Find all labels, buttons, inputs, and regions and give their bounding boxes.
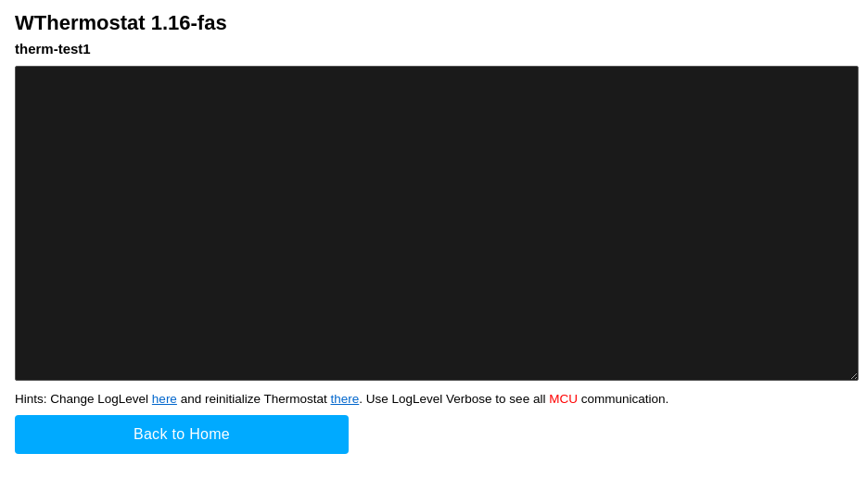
device-name: therm-test1 (15, 41, 851, 57)
reinitialize-link[interactable]: there (330, 392, 359, 406)
hints-prefix: Hints: Change LogLevel (15, 392, 152, 406)
mcu-text: MCU (549, 392, 578, 406)
app-title: WThermostat 1.16-fas (15, 11, 851, 35)
hints-suffix2: communication. (578, 392, 669, 406)
back-to-home-button[interactable]: Back to Home (15, 415, 349, 454)
hints-middle: and reinitialize Thermostat (177, 392, 331, 406)
loglevel-link[interactable]: here (152, 392, 177, 406)
hints-suffix1: . Use LogLevel Verbose to see all (359, 392, 549, 406)
hints-line: Hints: Change LogLevel here and reinitia… (15, 392, 851, 406)
log-terminal[interactable] (15, 66, 859, 381)
